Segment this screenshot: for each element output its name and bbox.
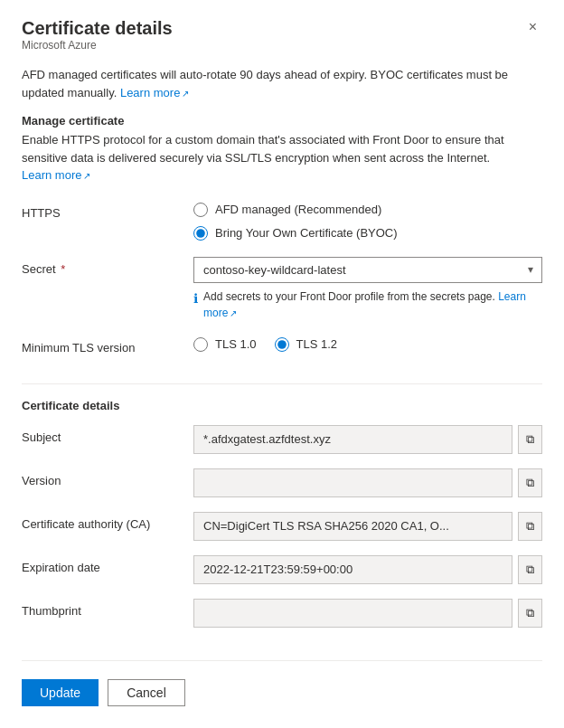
- thumbprint-field-wrapper: ⧉: [193, 599, 542, 628]
- close-button[interactable]: ×: [523, 18, 542, 36]
- update-button[interactable]: Update: [22, 679, 99, 706]
- tls10-radio[interactable]: [193, 337, 208, 352]
- version-controls: ⧉: [193, 468, 542, 497]
- manage-cert-desc-text: Enable HTTPS protocol for a custom domai…: [22, 133, 504, 165]
- tls-row: Minimum TLS version TLS 1.0 TLS 1.2: [22, 336, 542, 355]
- manage-cert-title: Manage certificate: [22, 114, 542, 128]
- subject-copy-button[interactable]: ⧉: [518, 425, 542, 454]
- subject-field: [193, 425, 512, 454]
- expiration-label: Expiration date: [22, 555, 193, 574]
- thumbprint-controls: ⧉: [193, 599, 542, 628]
- external-link-icon-1: ↗: [182, 89, 189, 99]
- secret-hint-text: Add secrets to your Front Door profile f…: [203, 288, 542, 321]
- certificate-details-dialog: Certificate details Microsoft Azure × AF…: [0, 0, 564, 728]
- version-copy-button[interactable]: ⧉: [518, 468, 542, 497]
- info-icon: ℹ: [193, 289, 198, 308]
- ca-label: Certificate authority (CA): [22, 512, 193, 531]
- tls12-radio[interactable]: [275, 337, 289, 352]
- tls12-option[interactable]: TLS 1.2: [275, 336, 338, 354]
- cancel-button[interactable]: Cancel: [108, 679, 185, 706]
- subject-label: Subject: [22, 425, 193, 444]
- ca-row: Certificate authority (CA) ⧉: [22, 512, 542, 541]
- dialog-subtitle: Microsoft Azure: [22, 39, 173, 52]
- thumbprint-field: [193, 599, 512, 628]
- https-controls: AFD managed (Recommended) Bring Your Own…: [193, 201, 542, 242]
- manage-cert-section: Manage certificate Enable HTTPS protocol…: [22, 114, 542, 197]
- auto-rotate-text: AFD managed certificates will auto-rotat…: [22, 68, 508, 99]
- secret-label: Secret *: [22, 257, 193, 276]
- dialog-title: Certificate details: [22, 18, 173, 39]
- dialog-header: Certificate details Microsoft Azure ×: [22, 18, 542, 64]
- secret-select[interactable]: contoso-key-wildcard-latest: [193, 257, 542, 283]
- expiration-row: Expiration date ⧉: [22, 555, 542, 584]
- thumbprint-copy-button[interactable]: ⧉: [518, 599, 542, 628]
- expiration-copy-button[interactable]: ⧉: [518, 555, 542, 584]
- version-label: Version: [22, 468, 193, 487]
- section-divider: [22, 383, 542, 384]
- thumbprint-row: Thumbprint ⧉: [22, 599, 542, 628]
- learn-more-link-2[interactable]: Learn more↗: [22, 168, 90, 182]
- secret-select-wrapper: contoso-key-wildcard-latest ▾: [193, 257, 542, 283]
- secret-row: Secret * contoso-key-wildcard-latest ▾ ℹ…: [22, 257, 542, 321]
- byoc-label: Bring Your Own Certificate (BYOC): [215, 226, 398, 240]
- tls-label: Minimum TLS version: [22, 336, 193, 355]
- afd-managed-label: AFD managed (Recommended): [215, 203, 381, 216]
- tls-options: TLS 1.0 TLS 1.2: [193, 336, 542, 354]
- ca-copy-button[interactable]: ⧉: [518, 512, 542, 541]
- version-row: Version ⧉: [22, 468, 542, 497]
- https-label: HTTPS: [22, 201, 193, 220]
- subject-controls: ⧉: [193, 425, 542, 454]
- tls-controls: TLS 1.0 TLS 1.2: [193, 336, 542, 354]
- manage-cert-description: Enable HTTPS protocol for a custom domai…: [22, 131, 542, 184]
- https-row: HTTPS AFD managed (Recommended) Bring Yo…: [22, 201, 542, 242]
- byoc-radio[interactable]: [193, 226, 208, 241]
- dialog-footer: Update Cancel: [22, 660, 542, 706]
- subject-field-wrapper: ⧉: [193, 425, 542, 454]
- expiration-field: [193, 555, 512, 584]
- learn-more-label-1: Learn more: [120, 86, 180, 99]
- subject-row: Subject ⧉: [22, 425, 542, 454]
- expiration-field-wrapper: ⧉: [193, 555, 542, 584]
- version-field: [193, 468, 512, 497]
- secret-controls: contoso-key-wildcard-latest ▾ ℹ Add secr…: [193, 257, 542, 321]
- secret-hint: ℹ Add secrets to your Front Door profile…: [193, 288, 542, 321]
- version-field-wrapper: ⧉: [193, 468, 542, 497]
- byoc-option[interactable]: Bring Your Own Certificate (BYOC): [193, 224, 542, 242]
- tls10-option[interactable]: TLS 1.0: [193, 336, 257, 354]
- learn-more-label-2: Learn more: [22, 168, 81, 182]
- thumbprint-label: Thumbprint: [22, 599, 193, 618]
- ca-controls: ⧉: [193, 512, 542, 541]
- ca-field: [193, 512, 512, 541]
- tls10-label: TLS 1.0: [215, 337, 257, 351]
- external-link-icon-2: ↗: [83, 171, 90, 181]
- afd-managed-option[interactable]: AFD managed (Recommended): [193, 201, 542, 219]
- cert-details-title: Certificate details: [22, 399, 542, 412]
- afd-managed-radio[interactable]: [193, 203, 208, 217]
- dialog-title-group: Certificate details Microsoft Azure: [22, 18, 173, 64]
- ca-field-wrapper: ⧉: [193, 512, 542, 541]
- external-link-icon-3: ↗: [230, 308, 237, 318]
- auto-rotate-info: AFD managed certificates will auto-rotat…: [22, 66, 542, 101]
- tls12-label: TLS 1.2: [296, 337, 338, 351]
- expiration-controls: ⧉: [193, 555, 542, 584]
- required-indicator: *: [58, 262, 66, 276]
- learn-more-link-1[interactable]: Learn more↗: [120, 86, 189, 99]
